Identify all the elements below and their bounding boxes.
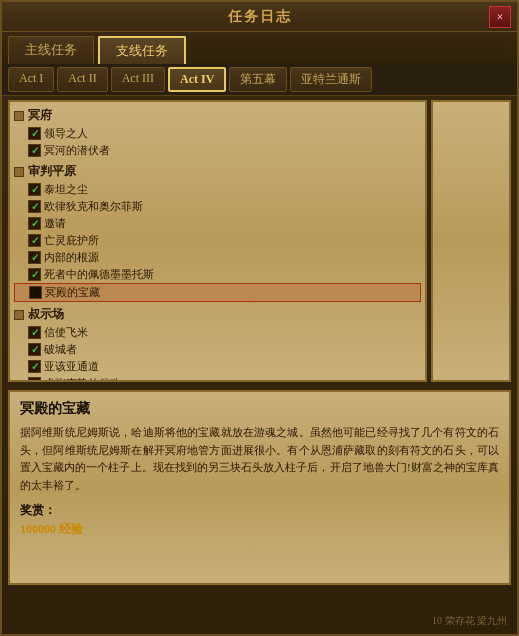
quest-item-0-1[interactable]: 冥河的潜伏者 — [14, 142, 421, 159]
tab-main-quest[interactable]: 主线任务 — [8, 36, 94, 64]
quest-label-1-4: 内部的根源 — [44, 250, 99, 265]
quest-label-2-3: 虚张声势的伴攻 — [44, 376, 121, 382]
reward-section: 奖赏： 100000 经验 — [20, 500, 499, 538]
quest-item-1-1[interactable]: 欧律狄克和奥尔菲斯 — [14, 198, 421, 215]
section-icon-3 — [14, 310, 24, 320]
quest-label-1-3: 亡灵庇护所 — [44, 233, 99, 248]
side-decoration-panel — [431, 100, 511, 382]
quest-label-1-0: 泰坦之尘 — [44, 182, 88, 197]
quest-label-2-1: 破城者 — [44, 342, 77, 357]
quest-label-1-5: 死者中的佩德墨墨托斯 — [44, 267, 154, 282]
quest-item-2-1[interactable]: 破城者 — [14, 341, 421, 358]
reward-value: 100000 经验 — [20, 522, 83, 536]
quest-label-1-2: 邀请 — [44, 216, 66, 231]
quest-label-0-0: 领导之人 — [44, 126, 88, 141]
quest-item-1-3[interactable]: 亡灵庇护所 — [14, 232, 421, 249]
quest-item-1-0[interactable]: 泰坦之尘 — [14, 181, 421, 198]
quest-label-1-6: 冥殿的宝藏 — [45, 285, 100, 300]
checkbox-1-1 — [28, 200, 41, 213]
checkbox-1-4 — [28, 251, 41, 264]
main-window: 任务日志 × 主线任务 支线任务 Act I Act II Act III Ac… — [0, 0, 519, 636]
tab-act-5[interactable]: 第五幕 — [229, 67, 287, 92]
section-label-3: 叔示场 — [28, 306, 64, 323]
quest-item-1-5[interactable]: 死者中的佩德墨墨托斯 — [14, 266, 421, 283]
main-tab-bar: 主线任务 支线任务 — [2, 32, 517, 64]
tab-act-1[interactable]: Act I — [8, 67, 54, 92]
tab-act-3[interactable]: Act III — [111, 67, 165, 92]
tab-side-quest[interactable]: 支线任务 — [98, 36, 186, 64]
checkbox-0-0 — [28, 127, 41, 140]
reward-label: 奖赏： — [20, 503, 56, 517]
checkbox-2-2 — [28, 360, 41, 373]
checkbox-1-6 — [29, 286, 42, 299]
close-button[interactable]: × — [489, 6, 511, 28]
section-header-plains: 审判平原 — [14, 162, 421, 181]
quest-label-1-1: 欧律狄克和奥尔菲斯 — [44, 199, 143, 214]
section-header-field: 叔示场 — [14, 305, 421, 324]
quest-item-1-6[interactable]: 冥殿的宝藏 — [14, 283, 421, 302]
detail-panel: 冥殿的宝藏 据阿维斯统尼姆斯说，哈迪斯将他的宝藏就放在游魂之城。虽然他可能已经寻… — [8, 390, 511, 585]
section-header-hades: 冥府 — [14, 106, 421, 125]
quest-label-2-2: 亚该亚通道 — [44, 359, 99, 374]
checkbox-1-5 — [28, 268, 41, 281]
quest-list-panel[interactable]: 冥府 领导之人 冥河的潜伏者 审判平原 泰坦之尘 欧律狄克和奥尔菲斯 — [8, 100, 427, 382]
title-bar: 任务日志 × — [2, 2, 517, 32]
content-area: 冥府 领导之人 冥河的潜伏者 审判平原 泰坦之尘 欧律狄克和奥尔菲斯 — [2, 96, 517, 386]
tab-act-2[interactable]: Act II — [57, 67, 107, 92]
section-label-2: 审判平原 — [28, 163, 76, 180]
quest-item-0-0[interactable]: 领导之人 — [14, 125, 421, 142]
checkbox-1-2 — [28, 217, 41, 230]
checkbox-1-0 — [28, 183, 41, 196]
quest-label-2-0: 信使飞米 — [44, 325, 88, 340]
quest-item-1-2[interactable]: 邀请 — [14, 215, 421, 232]
checkbox-2-0 — [28, 326, 41, 339]
act-tab-bar: Act I Act II Act III Act IV 第五幕 亚特兰通斯 — [2, 64, 517, 96]
quest-item-2-0[interactable]: 信使飞米 — [14, 324, 421, 341]
watermark: 10 荣存花 梁九州 — [432, 614, 507, 628]
tab-act-4[interactable]: Act IV — [168, 67, 226, 92]
checkbox-0-1 — [28, 144, 41, 157]
detail-title: 冥殿的宝藏 — [20, 400, 499, 418]
checkbox-1-3 — [28, 234, 41, 247]
section-label-1: 冥府 — [28, 107, 52, 124]
quest-item-2-2[interactable]: 亚该亚通道 — [14, 358, 421, 375]
tab-act-atlantis[interactable]: 亚特兰通斯 — [290, 67, 372, 92]
checkbox-2-1 — [28, 343, 41, 356]
quest-item-1-4[interactable]: 内部的根源 — [14, 249, 421, 266]
section-icon-1 — [14, 111, 24, 121]
quest-item-2-3[interactable]: 虚张声势的伴攻 — [14, 375, 421, 382]
detail-description: 据阿维斯统尼姆斯说，哈迪斯将他的宝藏就放在游魂之城。虽然他可能已经寻找了几个有符… — [20, 424, 499, 494]
checkbox-2-3 — [28, 377, 41, 382]
quest-label-0-1: 冥河的潜伏者 — [44, 143, 110, 158]
window-title: 任务日志 — [228, 8, 292, 26]
section-icon-2 — [14, 167, 24, 177]
